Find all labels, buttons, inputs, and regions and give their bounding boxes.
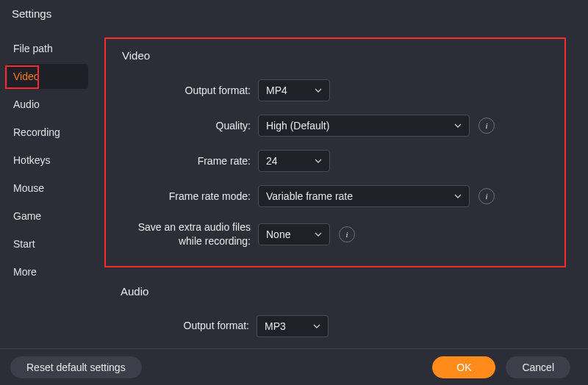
content-pane: Video Output format: MP4 Quality: High (… — [96, 30, 588, 346]
select-frame-rate[interactable]: 24 — [258, 150, 330, 172]
label-extra-audio: Save an extra audio files while recordin… — [122, 220, 258, 248]
select-value: High (Default) — [266, 120, 329, 132]
cancel-button[interactable]: Cancel — [506, 356, 570, 378]
label-quality: Quality: — [122, 119, 258, 133]
footer: Reset default settings OK Cancel — [0, 348, 588, 385]
select-output-format[interactable]: MP4 — [258, 79, 330, 101]
chevron-down-icon — [315, 157, 322, 165]
chevron-down-icon — [315, 231, 322, 238]
sidebar: File path Video Audio Recording Hotkeys … — [0, 30, 96, 346]
select-quality[interactable]: High (Default) — [258, 115, 470, 137]
select-audio-output-format[interactable]: MP3 — [257, 315, 329, 337]
section-title-video: Video — [122, 49, 548, 62]
sidebar-item-hotkeys[interactable]: Hotkeys — [7, 148, 88, 173]
chevron-down-icon — [313, 323, 320, 330]
chevron-down-icon — [315, 87, 322, 94]
select-value: None — [266, 229, 290, 240]
sidebar-item-recording[interactable]: Recording — [7, 120, 88, 145]
row-output-format: Output format: MP4 — [122, 79, 548, 101]
chevron-down-icon — [454, 192, 462, 200]
row-frame-rate: Frame rate: 24 — [122, 150, 548, 172]
select-value: 24 — [266, 155, 278, 167]
info-button-frame-rate-mode[interactable]: i — [478, 188, 495, 204]
info-button-quality[interactable]: i — [478, 118, 495, 134]
select-value: MP4 — [266, 84, 287, 96]
info-button-extra-audio[interactable]: i — [339, 226, 355, 242]
label-frame-rate-mode: Frame rate mode: — [122, 190, 258, 204]
label-frame-rate: Frame rate: — [122, 154, 258, 168]
row-frame-rate-mode: Frame rate mode: Variable frame rate i — [122, 185, 548, 207]
label-output-format: Output format: — [122, 84, 258, 98]
sidebar-item-audio[interactable]: Audio — [7, 92, 88, 117]
ok-button[interactable]: OK — [432, 356, 495, 378]
audio-section: Audio Output format: MP3 Bitrate: 128 — [104, 285, 566, 346]
section-title-audio: Audio — [121, 285, 550, 298]
row-audio-output-format: Output format: MP3 — [121, 315, 550, 337]
main-area: File path Video Audio Recording Hotkeys … — [0, 30, 588, 346]
sidebar-item-game[interactable]: Game — [7, 204, 88, 229]
window-title: Settings — [0, 0, 588, 30]
chevron-down-icon — [454, 122, 462, 129]
sidebar-item-file-path[interactable]: File path — [7, 36, 88, 61]
row-extra-audio: Save an extra audio files while recordin… — [122, 220, 548, 248]
sidebar-item-start[interactable]: Start — [7, 231, 88, 256]
select-frame-rate-mode[interactable]: Variable frame rate — [258, 185, 470, 207]
select-value: MP3 — [265, 320, 286, 332]
sidebar-item-more[interactable]: More — [7, 259, 88, 284]
select-extra-audio[interactable]: None — [258, 223, 330, 245]
sidebar-item-mouse[interactable]: Mouse — [7, 176, 88, 201]
row-quality: Quality: High (Default) i — [122, 115, 548, 137]
sidebar-item-video[interactable]: Video — [7, 64, 88, 89]
select-value: Variable frame rate — [266, 190, 353, 202]
reset-button[interactable]: Reset default settings — [10, 356, 142, 378]
label-audio-output-format: Output format: — [121, 319, 257, 333]
video-section: Video Output format: MP4 Quality: High (… — [104, 37, 566, 267]
